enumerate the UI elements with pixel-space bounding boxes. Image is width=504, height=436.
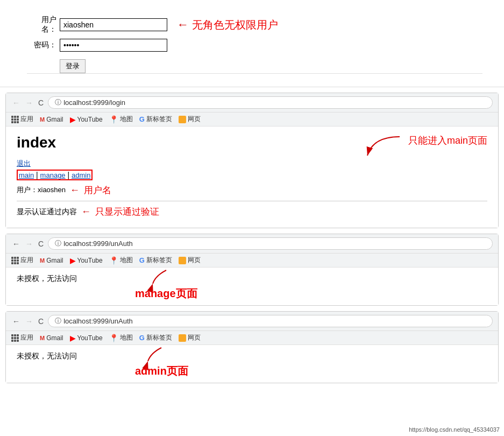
password-input[interactable] xyxy=(60,39,167,52)
forward-button2[interactable]: → xyxy=(24,240,34,248)
bookmark-youtube2[interactable]: ▶ YouTube xyxy=(70,256,103,265)
bookmark-google2[interactable]: G 新标签页 xyxy=(139,256,172,265)
apps-icon xyxy=(11,116,19,123)
bookmark-apps3[interactable]: 应用 xyxy=(11,333,33,342)
web-icon2 xyxy=(179,257,186,264)
youtube-icon: ▶ xyxy=(70,115,76,124)
auth-only-annotation: 只显示通过验证 xyxy=(95,206,159,218)
gmail-icon3: M xyxy=(40,335,45,341)
arrow-to-nav-icon xyxy=(362,134,405,161)
bookmark-web[interactable]: 网页 xyxy=(179,115,201,124)
unauth-text2: 未授权，无法访问 xyxy=(17,346,77,365)
arrow-left-icon: ← xyxy=(70,185,80,196)
main-only-annotation: 只能进入main页面 xyxy=(408,134,487,147)
password-label: 密码： xyxy=(27,40,56,50)
bookmarks-bar2: 应用 M Gmail ▶ YouTube 📍 地图 G 新标签页 网页 xyxy=(6,254,498,268)
address-url3: localhost:9999/unAuth xyxy=(63,317,133,325)
bookmark-apps2[interactable]: 应用 xyxy=(11,256,33,265)
arrow-to-manage-icon xyxy=(150,270,182,286)
bookmark-youtube3[interactable]: ▶ YouTube xyxy=(70,334,103,342)
user-info: 用户：xiaoshen xyxy=(17,185,66,195)
lock-icon2: ⓘ xyxy=(55,239,61,248)
bookmark-maps[interactable]: 📍 地图 xyxy=(109,115,133,124)
admin-page-annotation: admin页面 xyxy=(135,364,188,378)
bookmark-gmail3[interactable]: M Gmail xyxy=(40,334,63,342)
youtube-icon2: ▶ xyxy=(70,256,76,265)
google-icon: G xyxy=(139,115,145,123)
maps-icon2: 📍 xyxy=(109,256,118,265)
gmail-icon2: M xyxy=(40,257,45,264)
apps-icon3 xyxy=(11,334,19,342)
back-button3[interactable]: ← xyxy=(11,317,21,326)
login-button[interactable]: 登录 xyxy=(60,59,86,73)
bookmark-web2[interactable]: 网页 xyxy=(179,256,201,265)
nav-links-container: main | manage | admin xyxy=(17,170,93,180)
arrow-to-admin-icon xyxy=(145,348,178,364)
address-url2: localhost:9999/unAuth xyxy=(63,240,133,248)
username-label: 用户名： xyxy=(27,15,56,34)
manage-page-annotation: manage页面 xyxy=(135,286,197,301)
main-link[interactable]: main xyxy=(19,171,34,179)
apps-icon2 xyxy=(11,257,19,264)
no-role-annotation: 无角色无权限用户 xyxy=(192,18,278,32)
content-divider xyxy=(17,201,487,201)
bookmark-youtube[interactable]: ▶ YouTube xyxy=(70,115,103,124)
youtube-icon3: ▶ xyxy=(70,334,76,342)
forward-button3[interactable]: → xyxy=(24,317,34,326)
refresh-button3[interactable]: C xyxy=(37,317,45,326)
manage-annotation-block: manage页面 xyxy=(135,270,197,301)
bookmark-google3[interactable]: G 新标签页 xyxy=(139,333,172,342)
manage-link[interactable]: manage xyxy=(40,171,66,179)
main-page-annotation-block: 只能进入main页面 xyxy=(362,134,487,161)
bookmark-apps[interactable]: 应用 xyxy=(11,115,33,124)
bookmark-gmail2[interactable]: M Gmail xyxy=(40,257,63,264)
logout-link[interactable]: 退出 xyxy=(17,159,31,167)
maps-icon: 📍 xyxy=(109,115,118,124)
back-button2[interactable]: ← xyxy=(11,240,21,248)
bookmark-maps2[interactable]: 📍 地图 xyxy=(109,256,133,265)
google-icon3: G xyxy=(139,334,145,342)
refresh-button2[interactable]: C xyxy=(37,240,45,248)
arrow-right-icon: ← xyxy=(177,18,189,32)
admin-annotation-block: admin页面 xyxy=(135,348,188,378)
username-display: xiaoshen xyxy=(38,186,66,194)
unauth-text1: 未授权，无法访问 xyxy=(17,269,77,288)
lock-icon: ⓘ xyxy=(55,98,61,107)
maps-icon3: 📍 xyxy=(109,334,118,342)
forward-button[interactable]: → xyxy=(24,99,34,107)
auth-content-text: 显示认证通过内容 xyxy=(17,207,77,217)
web-icon3 xyxy=(179,334,186,342)
address-url: localhost:9999/login xyxy=(63,99,125,107)
bookmark-web3[interactable]: 网页 xyxy=(179,333,201,342)
bookmarks-bar3: 应用 M Gmail ▶ YouTube 📍 地图 G 新标签页 网页 xyxy=(6,331,498,345)
lock-icon3: ⓘ xyxy=(55,317,61,326)
bookmarks-bar: 应用 M Gmail ▶ YouTube 📍 地图 G 新标签页 网页 xyxy=(6,112,498,126)
admin-link[interactable]: admin xyxy=(72,171,90,179)
username-annotation: 用户名 xyxy=(84,184,111,196)
bookmark-gmail[interactable]: M Gmail xyxy=(40,116,63,123)
google-icon2: G xyxy=(139,256,145,264)
bookmark-google[interactable]: G 新标签页 xyxy=(139,115,172,124)
arrow-left-icon2: ← xyxy=(81,206,91,217)
web-icon xyxy=(179,116,186,123)
bookmark-maps3[interactable]: 📍 地图 xyxy=(109,333,133,342)
gmail-icon: M xyxy=(40,116,45,123)
refresh-button[interactable]: C xyxy=(37,99,45,107)
username-input[interactable] xyxy=(60,18,167,31)
back-button[interactable]: ← xyxy=(11,99,21,107)
